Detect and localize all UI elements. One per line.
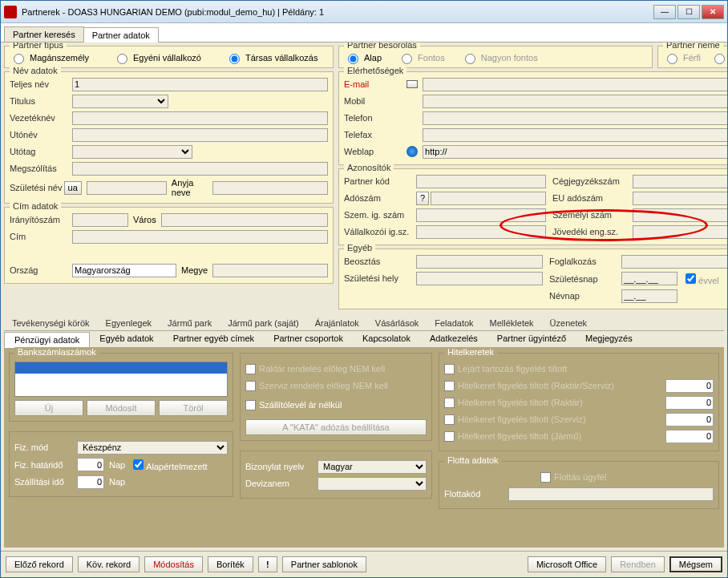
megye-input[interactable]	[212, 264, 328, 277]
radio-ferfi[interactable]: Férfi	[663, 51, 701, 64]
maximize-button[interactable]: ☐	[677, 5, 700, 19]
partnerkod-input[interactable]	[416, 175, 546, 188]
chk-h1[interactable]	[444, 364, 455, 374]
radio-nagyon[interactable]: Nagyon fontos	[461, 51, 538, 64]
next-record-button[interactable]: Köv. rekord	[78, 556, 140, 572]
bank-delete-button[interactable]: Töröl	[159, 400, 228, 416]
tab3-penzugyi[interactable]: Pénzügyi adatok	[4, 332, 90, 348]
szemelyi-input[interactable]	[633, 208, 727, 222]
alap-checkbox[interactable]: Alapértelmezett	[130, 457, 207, 472]
h2-input[interactable]	[665, 379, 714, 393]
jovedeki-input[interactable]	[633, 225, 727, 239]
tab2-tevekenyseg[interactable]: Tevékenységi körök	[4, 316, 98, 330]
biznyelv-select[interactable]: Magyar	[317, 460, 427, 474]
chk-szallito[interactable]	[245, 400, 256, 410]
fizmod-select[interactable]: Készpénz	[77, 441, 228, 455]
cegjegyzek-input[interactable]	[633, 175, 727, 188]
tab3-kapcsolatok[interactable]: Kapcsolatok	[353, 331, 420, 347]
weblap-input[interactable]	[423, 145, 727, 159]
anyjaneve-input[interactable]	[212, 181, 328, 195]
office-button[interactable]: Microsoft Office	[528, 556, 606, 572]
ua-button[interactable]: ua	[64, 181, 82, 195]
envelope-button[interactable]: Boríték	[208, 556, 253, 572]
tab2-arajanlatok[interactable]: Árajánlatok	[307, 316, 367, 330]
h4-input[interactable]	[665, 413, 714, 426]
tab2-jarmupark-sajat[interactable]: Jármű park (saját)	[220, 316, 307, 330]
bank-edit-button[interactable]: Módosít	[87, 400, 156, 416]
warning-button[interactable]: !	[258, 556, 277, 572]
tab-partner-data[interactable]: Partner adatok	[83, 27, 159, 42]
tab2-mellekletek[interactable]: Mellékletek	[482, 316, 542, 330]
globe-icon[interactable]	[406, 146, 418, 157]
tab3-megjegyzes[interactable]: Megjegyzés	[576, 331, 642, 347]
cim-input[interactable]	[72, 230, 328, 244]
tab3-csoportok[interactable]: Partner csoportok	[264, 331, 353, 347]
chk-h5[interactable]	[444, 431, 455, 442]
prev-record-button[interactable]: Előző rekord	[6, 556, 73, 572]
szulnev-input[interactable]	[87, 181, 167, 195]
radio-maganszemely[interactable]: Magánszemély	[10, 51, 89, 64]
radio-egyeni[interactable]: Egyéni vállalkozó	[113, 51, 201, 64]
radio-tarsas[interactable]: Társas vállalkozás	[225, 51, 317, 64]
bank-new-button[interactable]: Új	[14, 400, 83, 416]
close-button[interactable]: ✕	[702, 5, 724, 19]
evvel-checkbox[interactable]: évvel	[682, 271, 719, 286]
beosztas-input[interactable]	[416, 255, 543, 269]
utotag-select[interactable]	[72, 145, 192, 159]
adoszam-input[interactable]	[431, 192, 546, 205]
tab2-uzenetek[interactable]: Üzenetek	[542, 316, 595, 330]
tab-partner-search[interactable]: Partner keresés	[4, 26, 84, 42]
tab2-vasarlasok[interactable]: Vásárlások	[367, 316, 427, 330]
megszolitas-input[interactable]	[72, 162, 328, 176]
minimize-button[interactable]: —	[653, 5, 676, 19]
chk-flottas[interactable]	[540, 472, 551, 483]
bank-listbox[interactable]	[14, 362, 228, 397]
tab2-egyenlegek[interactable]: Egyenlegek	[98, 316, 160, 330]
irsz-input[interactable]	[72, 213, 128, 227]
chk-h3[interactable]	[444, 398, 455, 408]
chk-raktar[interactable]	[245, 364, 256, 374]
telefon-input[interactable]	[423, 111, 727, 125]
euado-input[interactable]	[633, 192, 727, 205]
adoszam-help-button[interactable]: ?	[416, 192, 429, 205]
chk-h2[interactable]	[444, 381, 455, 391]
h5-input[interactable]	[665, 430, 714, 443]
templates-button[interactable]: Partner sablonok	[282, 556, 366, 572]
szemig-input[interactable]	[416, 208, 546, 222]
cancel-button[interactable]: Mégsem	[669, 556, 722, 572]
devizanem-select[interactable]	[317, 477, 427, 491]
szulnap-input[interactable]	[621, 272, 677, 285]
email-input[interactable]	[423, 78, 727, 91]
tab3-egyeb[interactable]: Egyéb adatok	[90, 331, 163, 347]
tab3-egyebcimek[interactable]: Partner egyéb címek	[164, 331, 265, 347]
varos-input[interactable]	[161, 213, 328, 227]
modify-button[interactable]: Módosítás	[144, 556, 203, 572]
fogl-input[interactable]	[621, 255, 727, 269]
tab3-ugyintezo[interactable]: Partner ügyintéző	[487, 331, 576, 347]
tab2-feladatok[interactable]: Feladatok	[427, 316, 481, 330]
vallalk-input[interactable]	[416, 225, 546, 239]
radio-no[interactable]: Nő	[710, 51, 727, 64]
tab2-jarmupark[interactable]: Jármű park	[160, 316, 220, 330]
tab3-adatkezeles[interactable]: Adatkezelés	[420, 331, 487, 347]
szulhely-input[interactable]	[416, 272, 543, 285]
vezeteknev-input[interactable]	[72, 111, 328, 125]
ok-button[interactable]: Rendben	[611, 556, 665, 572]
fullname-input[interactable]	[72, 78, 328, 91]
flottakod-input[interactable]	[508, 487, 714, 501]
nevnap-input[interactable]	[621, 289, 677, 303]
fizhat-input[interactable]	[77, 458, 104, 471]
mobil-input[interactable]	[423, 95, 727, 108]
utonev-input[interactable]	[72, 128, 328, 142]
email-icon[interactable]	[406, 80, 418, 88]
chk-szerviz[interactable]	[245, 381, 256, 391]
radio-fontos[interactable]: Fontos	[398, 51, 445, 64]
radio-alap[interactable]: Alap	[344, 51, 382, 64]
kata-button[interactable]: A "KATA" adózás beállítása	[245, 419, 427, 435]
orszag-input[interactable]	[72, 264, 176, 277]
szall-input[interactable]	[77, 475, 104, 489]
titulus-select[interactable]	[72, 95, 168, 108]
chk-h4[interactable]	[444, 414, 455, 425]
h3-input[interactable]	[665, 396, 714, 410]
telefax-input[interactable]	[423, 128, 727, 142]
